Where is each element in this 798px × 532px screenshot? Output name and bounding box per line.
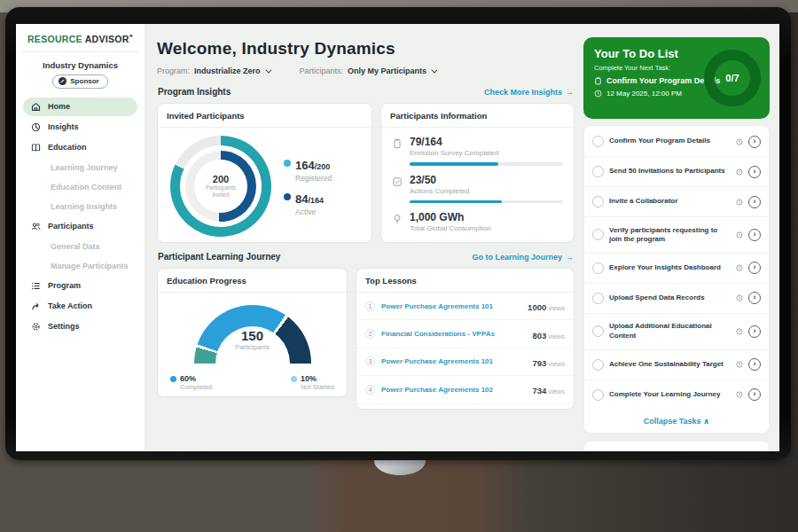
task-row-send-invitations[interactable]: Send 50 Invitations to Participants › (584, 157, 769, 187)
sidebar-item-manage-participants[interactable]: Manage Participants (23, 257, 137, 275)
check-more-insights-link[interactable]: Check More Insights→ (484, 88, 574, 97)
sidebar-item-learning-journey[interactable]: Learning Journey (23, 159, 137, 176)
task-open-button[interactable]: › (748, 292, 761, 304)
collapse-tasks-link[interactable]: Collapse Tasks ∧ (584, 410, 769, 431)
task-clock-icon (736, 138, 743, 145)
task-row-verify-participants[interactable]: Verify participants requesting to join t… (584, 217, 769, 254)
task-label: Confirm Your Program Details (609, 137, 731, 145)
chevron-up-icon: ∧ (703, 417, 709, 426)
page-title: Welcome, Industry Dynamics (157, 39, 575, 59)
lesson-link[interactable]: Power Purchase Agreements 101 (381, 357, 526, 365)
task-row-confirm-program[interactable]: Confirm Your Program Details › (584, 127, 769, 157)
chevron-right-icon: › (754, 263, 756, 271)
task-checkbox[interactable] (592, 262, 604, 274)
sponsor-badge-icon (59, 77, 66, 85)
legend-active: 84/164 Active (284, 191, 332, 216)
task-row-achieve-sustainability-target[interactable]: Achieve One Sustainability Target › (584, 350, 769, 380)
lesson-rank: 1 (365, 301, 375, 311)
sidebar-item-label: Education (48, 143, 87, 152)
lesson-link[interactable]: Financial Considerations - VPPAs (381, 330, 526, 338)
sidebar-item-participants[interactable]: Participants (23, 217, 137, 236)
main-left-column: Welcome, Industry Dynamics Program: Indu… (157, 33, 575, 451)
org-name: Industry Dynamics (22, 60, 138, 70)
sidebar-item-settings[interactable]: Settings (23, 317, 137, 336)
chevron-right-icon: › (754, 390, 756, 398)
go-to-learning-journey-link[interactable]: Go to Learning Journey→ (472, 253, 574, 262)
dashboard-screen: RESOURCE ADVISOR+ Industry Dynamics Spon… (16, 24, 779, 451)
lesson-views: 1000 (528, 302, 546, 312)
stat-actions-completed: 23/50 Actions Completed (381, 166, 574, 195)
participants-select[interactable]: Participants: Only My Participants (300, 66, 436, 75)
participants-information-card: Participants Information 79/164 Emission… (380, 103, 575, 243)
lesson-link[interactable]: Power Purchase Agreements 101 (381, 302, 521, 310)
learning-journey-title: Participant Learning Journey (158, 252, 280, 262)
task-checkbox[interactable] (592, 136, 604, 147)
lesson-views: 734 (532, 386, 546, 395)
sidebar-item-home[interactable]: Home (23, 98, 137, 116)
task-open-button[interactable]: › (748, 196, 761, 208)
stat-value: 79/164 (410, 136, 498, 148)
task-open-button[interactable]: › (748, 325, 761, 338)
task-checkbox[interactable] (592, 293, 604, 304)
sponsor-badge[interactable]: Sponsor (52, 74, 107, 89)
sponsor-badge-label: Sponsor (70, 77, 98, 85)
lesson-row: 3 Power Purchase Agreements 101 793views (356, 348, 574, 376)
chevron-right-icon: › (754, 168, 756, 176)
task-row-complete-learning-journey[interactable]: Complete Your Learning Journey › (584, 380, 769, 410)
chevron-down-icon (265, 66, 271, 73)
sidebar-item-education-content[interactable]: Education Content (23, 178, 137, 196)
task-checkbox[interactable] (592, 325, 604, 337)
task-clock-icon (736, 294, 743, 301)
insights-cards-row: Invited Participants 200 Participants In… (157, 103, 575, 243)
task-open-button[interactable]: › (748, 136, 761, 148)
sidebar-item-take-action[interactable]: Take Action (23, 297, 137, 316)
lesson-link[interactable]: Power Purchase Agreements 102 (381, 386, 526, 394)
completed-dot-icon (170, 376, 176, 382)
sidebar-item-general-data[interactable]: General Data (23, 238, 137, 255)
task-row-upload-educational-content[interactable]: Upload Additional Educational Content › (584, 314, 769, 350)
sidebar-item-label: General Data (51, 242, 100, 251)
sidebar-item-program[interactable]: Program (23, 277, 137, 295)
task-checkbox[interactable] (592, 229, 604, 240)
task-label: Explore Your Insights Dashboard (609, 263, 731, 272)
task-row-invite-collaborator[interactable]: Invite a Collaborator › (584, 187, 769, 217)
task-checkbox[interactable] (592, 196, 604, 207)
sidebar-item-insights[interactable]: Insights (23, 118, 137, 137)
task-open-button[interactable]: › (748, 388, 761, 401)
registered-label: Registered (295, 174, 332, 183)
task-label: Send 50 Invitations to Participants (609, 167, 731, 176)
task-open-button[interactable]: › (748, 166, 761, 178)
task-row-explore-insights[interactable]: Explore Your Insights Dashboard › (584, 254, 769, 284)
sidebar-item-label: Manage Participants (51, 262, 129, 270)
task-open-button[interactable]: › (748, 262, 761, 274)
program-select[interactable]: Program: Industrialize Zero (157, 66, 270, 75)
survey-clipboard-icon (392, 138, 403, 149)
logo-plus: + (129, 33, 133, 39)
education-progress-card: Education Progress 150 Participants (157, 268, 348, 397)
task-open-button[interactable]: › (748, 229, 761, 241)
participants-select-label: Participants: (300, 66, 344, 75)
ring-gap: 200 Participants Invited (180, 145, 262, 227)
home-icon (31, 102, 41, 112)
task-checkbox[interactable] (592, 166, 604, 177)
participants-icon (31, 222, 41, 231)
link-label: Go to Learning Journey (472, 253, 562, 262)
todo-progress-ring: 0/7 (704, 50, 761, 106)
sidebar-item-learning-insights[interactable]: Learning Insights (23, 198, 137, 215)
sidebar-item-label: Program (48, 281, 81, 290)
lightbulb-icon (392, 214, 403, 224)
learning-cards-row: Education Progress 150 Participants (157, 268, 575, 410)
program-insights-title: Program Insights (158, 87, 231, 97)
sidebar-item-label: Insights (48, 122, 79, 131)
sidebar-item-education[interactable]: Education (23, 138, 137, 157)
chevron-right-icon: › (754, 137, 756, 145)
task-label: Upload Additional Educational Content (609, 322, 731, 340)
task-open-button[interactable]: › (748, 358, 761, 371)
views-word: views (548, 387, 565, 395)
clock-icon (594, 90, 602, 98)
task-row-upload-spend-data[interactable]: Upload Spend Data Records › (584, 284, 769, 314)
task-checkbox[interactable] (592, 359, 604, 371)
registered-total: /200 (315, 162, 331, 171)
task-checkbox[interactable] (592, 389, 604, 401)
card-title: Invited Participants (158, 104, 372, 128)
